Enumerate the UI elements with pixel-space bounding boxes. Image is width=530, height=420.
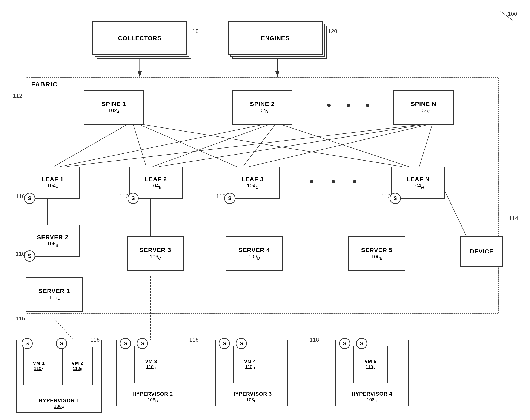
leaf3-label: LEAF 3	[242, 176, 264, 183]
collectors-label: COLLECTORS	[118, 35, 162, 42]
hyp4-sub: 108D	[336, 397, 408, 404]
leafN-box: LEAF N 104N	[391, 167, 445, 199]
engines-box: ENGINES	[228, 21, 327, 60]
device-label: DEVICE	[470, 248, 493, 255]
leaf2-label: LEAF 2	[145, 176, 167, 183]
server4-label: SERVER 4	[239, 247, 270, 254]
spine1-box: SPINE 1 102A	[84, 90, 144, 125]
server1-label: SERVER 1	[39, 288, 70, 294]
spine2-sub: 102B	[256, 107, 268, 115]
hypervisor1-box: VM 1 110A VM 2 110B HYPERVISOR 1 108A	[16, 340, 102, 413]
leaf3-box: LEAF 3 104C	[226, 167, 280, 199]
leafN-label: LEAF N	[407, 176, 430, 183]
vm2-sub: 110B	[73, 366, 82, 372]
server2-s-circle: S	[24, 250, 35, 261]
vm5-s-circle: S	[356, 338, 367, 349]
network-diagram: 100 112 114 COLLECTORS 118 ENGINES 120 F…	[0, 0, 530, 420]
vm1-s-circle: S	[21, 338, 33, 349]
svg-line-23	[54, 318, 75, 342]
hyp3-label: HYPERVISOR 3	[216, 391, 287, 397]
ref-116-server2: 116	[16, 250, 25, 257]
server5-label: SERVER 5	[361, 247, 393, 254]
leaf2-s-circle: S	[128, 193, 139, 204]
vm4-sub: 110D	[245, 364, 255, 370]
ref-116-leafN: 116	[381, 193, 390, 200]
vm5-label: VM 5	[365, 359, 376, 364]
hyp3-sub: 108C	[216, 397, 287, 404]
hyp2-label: HYPERVISOR 2	[117, 391, 189, 397]
ref-116-hyp4: 116	[309, 336, 319, 343]
leaf1-label: LEAF 1	[42, 176, 64, 183]
vm5-sub: 110E	[366, 364, 375, 370]
server2-label: SERVER 2	[37, 234, 68, 241]
leaf2-box: LEAF 2 104B	[129, 167, 183, 199]
vm3-box: VM 3 110C	[134, 346, 168, 383]
server3-sub: 106C	[150, 254, 161, 261]
leaf1-box: LEAF 1 104A	[26, 167, 80, 199]
spineN-box: SPINE N 102N	[394, 90, 454, 125]
leaf1-sub: 104A	[47, 183, 58, 190]
leafN-sub: 104N	[412, 183, 424, 190]
server2-sub: 106B	[47, 241, 58, 248]
server4-box: SERVER 4 106D	[226, 236, 283, 271]
hypervisor4-box: VM 5 110E HYPERVISOR 4 108D	[335, 340, 409, 406]
leaf3-sub: 104C	[247, 183, 258, 190]
server1-box: SERVER 1 106A	[26, 277, 83, 312]
ref-120: 120	[328, 28, 337, 35]
engines-label: ENGINES	[261, 35, 289, 42]
vm4-label: VM 4	[244, 359, 256, 364]
hypervisor2-box: VM 3 110C HYPERVISOR 2 108B	[116, 340, 189, 406]
server1-sub: 106A	[49, 294, 60, 302]
ref-116-leaf1: 116	[16, 193, 25, 200]
vm2-label: VM 2	[72, 361, 83, 366]
leaf3-s-circle: S	[224, 193, 236, 204]
leafN-s-circle: S	[390, 193, 401, 204]
ref-116-leaf3: 116	[216, 193, 225, 200]
vm1-sub: 110A	[34, 366, 44, 372]
vm2-box: VM 2 110B	[62, 347, 93, 385]
ref-116-server1: 116	[16, 315, 25, 322]
hyp1-label: HYPERVISOR 1	[17, 397, 102, 404]
server5-box: SERVER 5 106E	[348, 236, 405, 271]
leaf2-sub: 104B	[150, 183, 162, 190]
server2-box: SERVER 2 106B	[26, 225, 80, 257]
ref100-arrow	[496, 9, 521, 26]
hyp4-s1-circle: S	[339, 338, 350, 349]
server5-sub: 106E	[371, 254, 382, 261]
device-box: DEVICE	[460, 236, 503, 267]
spine1-sub: 102A	[108, 107, 119, 115]
hyp4-label: HYPERVISOR 4	[336, 391, 408, 397]
vm2-s-circle: S	[56, 338, 67, 349]
spineN-label: SPINE N	[411, 101, 436, 107]
hyp2-sub: 108B	[117, 397, 189, 404]
server4-sub: 106D	[249, 254, 260, 261]
hyp1-sub: 108A	[17, 404, 102, 410]
hyp2-s1-circle: S	[120, 338, 131, 349]
ref-112: 112	[13, 92, 22, 99]
svg-line-33	[500, 11, 513, 20]
vm5-box: VM 5 110E	[353, 346, 388, 383]
ref-116-hyp3: 116	[189, 336, 198, 343]
server3-box: SERVER 3 106C	[127, 236, 184, 271]
hypervisor3-box: VM 4 110D HYPERVISOR 3 108C	[215, 340, 288, 406]
vm1-label: VM 1	[33, 361, 45, 366]
server3-label: SERVER 3	[140, 247, 171, 254]
vm3-s-circle: S	[137, 338, 148, 349]
spine2-label: SPINE 2	[250, 101, 275, 107]
fabric-label: FABRIC	[31, 81, 58, 88]
spine1-label: SPINE 1	[102, 101, 126, 107]
vm3-label: VM 3	[145, 359, 157, 364]
ref-116-hyp2: 116	[90, 336, 100, 343]
vm4-box: VM 4 110D	[233, 346, 267, 383]
vm4-s-circle: S	[236, 338, 247, 349]
ref-114: 114	[509, 215, 518, 222]
collectors-box: COLLECTORS	[92, 21, 191, 60]
spine2-box: SPINE 2 102B	[232, 90, 293, 125]
ref-116-leaf2: 116	[119, 193, 129, 200]
vm1-box: VM 1 110A	[23, 347, 54, 385]
spineN-sub: 102N	[418, 107, 430, 115]
leaf1-s-circle: S	[24, 193, 35, 204]
vm3-sub: 110C	[147, 364, 156, 370]
hyp3-s1-circle: S	[219, 338, 230, 349]
